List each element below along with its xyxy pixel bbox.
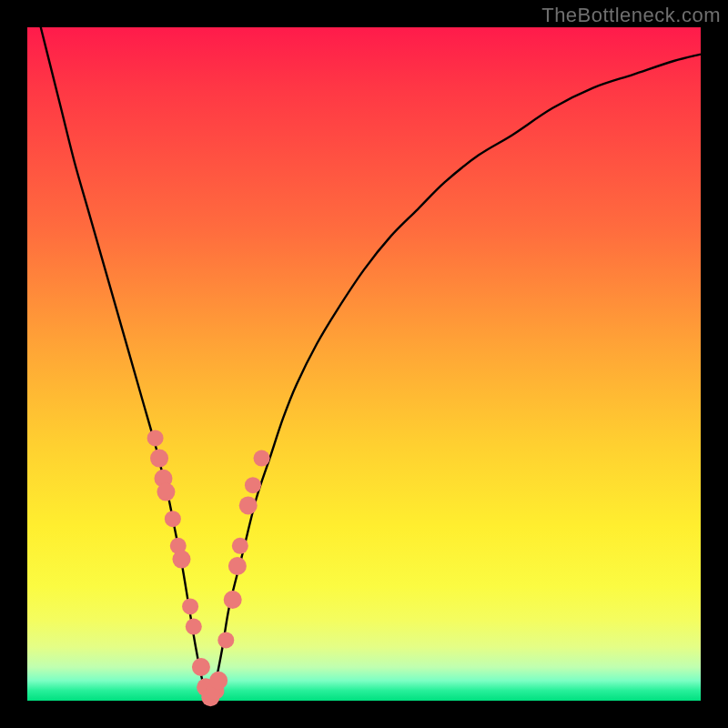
bottleneck-curve — [34, 0, 701, 701]
scatter-dot — [232, 538, 248, 554]
scatter-dot — [192, 658, 210, 676]
scatter-dot — [165, 511, 181, 527]
watermark-text: TheBottleneck.com — [541, 4, 721, 27]
chart-stage: TheBottleneck.com — [0, 0, 728, 728]
curve-overlay — [27, 27, 701, 701]
scatter-dot — [209, 672, 228, 690]
scatter-dot — [254, 450, 270, 467]
plot-area — [27, 27, 701, 701]
scatter-dots — [147, 430, 270, 706]
scatter-dot — [217, 632, 234, 648]
scatter-dot — [147, 430, 164, 446]
scatter-dot — [150, 450, 168, 468]
scatter-dot — [172, 551, 190, 569]
scatter-dot — [186, 619, 202, 635]
scatter-dot — [239, 496, 258, 514]
scatter-dot — [157, 483, 175, 501]
scatter-dot — [228, 557, 247, 575]
scatter-dot — [224, 591, 242, 609]
scatter-dot — [182, 598, 198, 614]
scatter-dot — [245, 477, 261, 493]
